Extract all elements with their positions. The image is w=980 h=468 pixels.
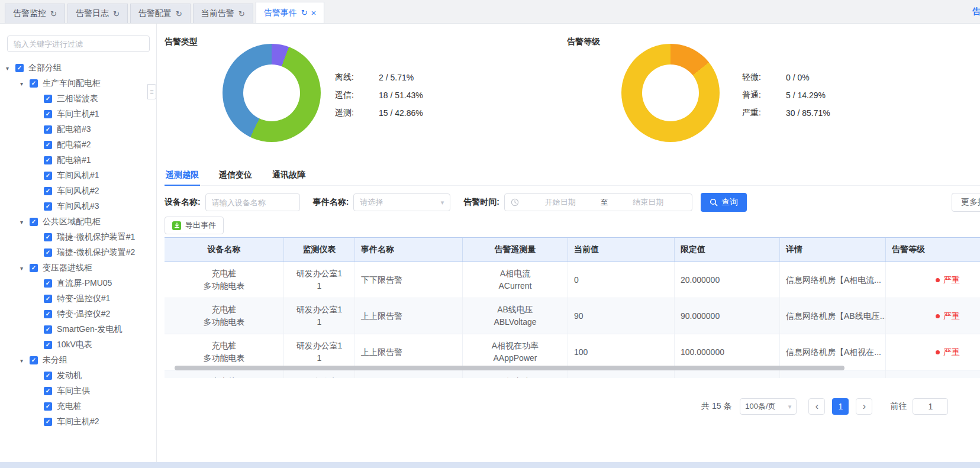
tree-filter-input[interactable] — [7, 35, 150, 52]
tree-item-label: 车间风机#2 — [57, 186, 99, 196]
tree-checkbox[interactable]: ✓ — [44, 141, 52, 149]
tab-alarm-config[interactable]: 告警配置 ↻ — [130, 4, 191, 23]
tree-checkbox[interactable]: ✓ — [30, 356, 38, 364]
refresh-icon[interactable]: ↻ — [113, 9, 120, 18]
tree-item[interactable]: ✓车间主供 — [0, 383, 156, 399]
tree-item[interactable]: ✓SmartGen-发电机 — [0, 322, 156, 337]
tab-alarm-events[interactable]: 告警事件 ↻ × — [256, 2, 325, 23]
tab-current-alarms[interactable]: 当前告警 ↻ — [193, 4, 253, 23]
tree-checkbox[interactable]: ✓ — [44, 325, 52, 334]
event-name-select[interactable]: 请选择 ▾ — [353, 193, 450, 211]
tree-item[interactable]: ✓发动机 — [0, 368, 156, 383]
search-button[interactable]: 查询 — [701, 193, 747, 212]
table-cell: 信息网络机房【A相电流... — [780, 262, 886, 298]
tree-checkbox[interactable]: ✓ — [44, 95, 52, 103]
tab-bar: 告警监控 ↻ 告警日志 ↻ 告警配置 ↻ 当前告警 ↻ 告警事件 ↻ × 告 — [0, 0, 980, 24]
tree-item[interactable]: ▾✓未分组 — [0, 353, 156, 368]
tree-item[interactable]: ✓配电箱#3 — [0, 122, 156, 137]
tree-checkbox[interactable]: ✓ — [44, 202, 52, 211]
event-type-tabs: 遥测越限 遥信变位 通讯故障 — [165, 169, 980, 186]
page-size-select[interactable]: 100条/页 ▾ — [740, 398, 797, 415]
tree-item[interactable]: ✓瑞捷-微机保护装置#2 — [0, 245, 156, 260]
tree-checkbox[interactable]: ✓ — [30, 264, 38, 272]
device-name-input[interactable] — [205, 193, 300, 211]
alarm-time-range-picker[interactable]: 开始日期 至 结束日期 — [504, 193, 692, 211]
tree-checkbox[interactable]: ✓ — [44, 187, 52, 195]
tree-checkbox[interactable]: ✓ — [44, 387, 52, 395]
tree-item[interactable]: ✓直流屏-PMU05 — [0, 276, 156, 291]
tree-item[interactable]: ✓特变-温控仪#2 — [0, 306, 156, 322]
tree-checkbox[interactable]: ✓ — [44, 372, 52, 380]
table-row[interactable]: 充电桩多功能电表研发办公室11上上限告警A相电流ACurrent严重 — [165, 370, 980, 378]
table-row[interactable]: 充电桩多功能电表研发办公室11上上限告警AB线电压ABLVoltage9090.… — [165, 298, 980, 334]
refresh-icon[interactable]: ↻ — [301, 8, 308, 17]
tab-alarm-log[interactable]: 告警日志 ↻ — [67, 4, 128, 23]
tree-checkbox[interactable]: ✓ — [44, 310, 52, 318]
tree-item[interactable]: ✓配电箱#1 — [0, 153, 156, 168]
refresh-icon[interactable]: ↻ — [50, 9, 57, 18]
close-icon[interactable]: × — [311, 8, 317, 18]
column-header: 事件名称 — [355, 238, 463, 262]
tree-checkbox[interactable]: ✓ — [44, 279, 52, 288]
tree-item[interactable]: ✓车间风机#3 — [0, 199, 156, 214]
tree-item[interactable]: ▾✓全部分组 — [0, 60, 156, 76]
tree-item[interactable]: ✓车间风机#2 — [0, 183, 156, 199]
tab-overflow-partial[interactable]: 告 — [972, 7, 980, 17]
tree-checkbox[interactable]: ✓ — [44, 295, 52, 303]
tab-alarm-monitor[interactable]: 告警监控 ↻ — [5, 4, 65, 23]
tree-checkbox[interactable]: ✓ — [44, 402, 52, 411]
horizontal-scrollbar-thumb[interactable] — [175, 366, 844, 370]
table-cell: 充电桩多功能电表 — [165, 334, 284, 370]
check-icon: ✓ — [46, 234, 50, 240]
export-events-button[interactable]: 导出事件 — [165, 217, 224, 234]
next-page-button[interactable]: › — [856, 398, 872, 415]
tree-checkbox[interactable]: ✓ — [44, 156, 52, 164]
tree-checkbox[interactable]: ✓ — [15, 64, 24, 72]
tree-checkbox[interactable]: ✓ — [44, 125, 52, 134]
more-actions-button[interactable]: 更多操作 — [952, 193, 980, 212]
caret-down-icon[interactable]: ▾ — [20, 357, 30, 364]
tree-item[interactable]: ✓10kV电表 — [0, 337, 156, 353]
column-header: 设备名称 — [165, 238, 284, 262]
page-number-button[interactable]: 1 — [832, 398, 849, 415]
tree-item[interactable]: ✓车间主机#1 — [0, 106, 156, 122]
tree-item[interactable]: ✓车间主机#2 — [0, 414, 156, 430]
legend-label: 轻微: — [742, 72, 775, 83]
table-cell: A相电流ACurrent — [463, 370, 568, 378]
tree-item[interactable]: ✓特变-温控仪#1 — [0, 291, 156, 306]
tree-item[interactable]: ✓三相谐波表 — [0, 91, 156, 106]
caret-down-icon[interactable]: ▾ — [20, 265, 30, 272]
tree-checkbox[interactable]: ✓ — [30, 218, 38, 226]
alarm-time-label: 告警时间: — [463, 197, 499, 208]
tree-checkbox[interactable]: ✓ — [44, 110, 52, 118]
tree-item[interactable]: ✓充电桩 — [0, 399, 156, 414]
tree-item[interactable]: ✓配电箱#2 — [0, 137, 156, 153]
tree-item[interactable]: ▾✓变压器进线柜 — [0, 260, 156, 276]
tree-item[interactable]: ✓车间风机#1 — [0, 168, 156, 183]
prev-page-button[interactable]: ‹ — [808, 398, 825, 415]
tab-telemetry-limit[interactable]: 遥测越限 — [165, 169, 200, 185]
tree-item[interactable]: ✓瑞捷-微机保护装置#1 — [0, 230, 156, 245]
alarm-type-chart-title: 告警类型 — [165, 37, 198, 47]
refresh-icon[interactable]: ↻ — [238, 9, 245, 18]
refresh-icon[interactable]: ↻ — [176, 9, 182, 18]
goto-page-input[interactable] — [913, 398, 948, 415]
caret-down-icon[interactable]: ▾ — [20, 80, 30, 87]
tab-comm-fault[interactable]: 通讯故障 — [271, 169, 307, 185]
tree-checkbox[interactable]: ✓ — [44, 418, 52, 426]
tree-item[interactable]: ▾✓生产车间配电柜 — [0, 76, 156, 91]
table-row[interactable]: 充电桩多功能电表研发办公室11下下限告警A相电流ACurrent020.0000… — [165, 262, 980, 298]
sidebar-collapse-handle[interactable]: ≡ — [147, 84, 156, 99]
tab-signal-change[interactable]: 遥信变位 — [218, 169, 253, 185]
table-cell: 信息网络机房【AB线电压... — [780, 298, 886, 334]
caret-down-icon[interactable]: ▾ — [6, 65, 15, 72]
tree-item[interactable]: ▾✓公共区域配电柜 — [0, 214, 156, 230]
tree-checkbox[interactable]: ✓ — [44, 233, 52, 241]
tree-checkbox[interactable]: ✓ — [44, 341, 52, 349]
tree-checkbox[interactable]: ✓ — [30, 79, 38, 88]
tree-checkbox[interactable]: ✓ — [44, 172, 52, 180]
caret-down-icon[interactable]: ▾ — [20, 219, 30, 225]
table-cell: 上上限告警 — [355, 298, 463, 334]
table-row[interactable]: 充电桩多功能电表研发办公室11上上限告警A相视在功率AAppPower10010… — [165, 334, 980, 370]
tree-checkbox[interactable]: ✓ — [44, 248, 52, 257]
